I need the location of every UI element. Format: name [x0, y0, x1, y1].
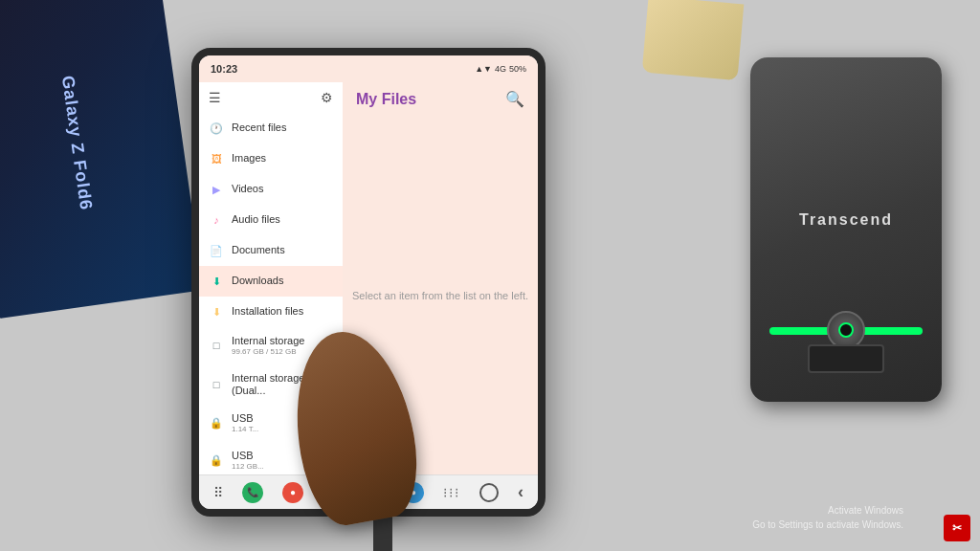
- win-activate-line2: Go to Settings to activate Windows.: [752, 518, 903, 532]
- transcend-button[interactable]: [827, 311, 865, 349]
- sidebar-item-internal-label: Internal storage: [232, 335, 304, 347]
- transcend-button-inner: [838, 322, 854, 338]
- sidebar-header: ☰ ⚙: [199, 82, 343, 113]
- sidebar-item-audio[interactable]: ♪ Audio files: [199, 205, 343, 235]
- home-button[interactable]: [479, 483, 499, 502]
- apps-grid-icon[interactable]: ⠿: [213, 485, 223, 500]
- sidebar-item-usb1-info: USB 1.14 T...: [232, 412, 258, 434]
- sidebar-item-usb2-info: USB 112 GB...: [232, 450, 264, 472]
- audio-icon: ♪: [209, 212, 224, 228]
- sidebar-item-recent[interactable]: 🕐 Recent files: [199, 113, 343, 143]
- transcend-port: [808, 344, 884, 373]
- sidebar-item-installation[interactable]: ⬇ Installation files: [199, 297, 343, 327]
- nav-icon-2[interactable]: ●: [282, 482, 303, 503]
- nav-dots: ⁝⁝⁝: [443, 485, 460, 500]
- tape-corner: [642, 0, 745, 80]
- sidebar-item-images[interactable]: 🖼 Images: [199, 143, 343, 174]
- usb1-icon: 🔒: [209, 416, 224, 431]
- sidebar-item-videos-label: Videos: [232, 183, 333, 195]
- status-signal: ▲▼: [475, 64, 492, 74]
- gear-icon[interactable]: ⚙: [321, 90, 333, 105]
- sidebar-item-installation-label: Installation files: [232, 305, 333, 318]
- sidebar-item-usb1-sub: 1.14 T...: [232, 425, 258, 434]
- sidebar-item-usb2-sub: 112 GB...: [232, 462, 264, 472]
- status-network: 4G: [495, 64, 506, 74]
- transcend-hdd: Transcend: [750, 57, 942, 402]
- main-title: My Files: [356, 91, 416, 108]
- windows-activation: Activate Windows Go to Settings to activ…: [752, 503, 903, 532]
- status-battery: 50%: [509, 64, 526, 74]
- sidebar-item-audio-label: Audio files: [232, 213, 333, 226]
- internal-dual-icon: □: [209, 377, 224, 392]
- transcend-logo: Transcend: [799, 211, 893, 229]
- empty-state-hint: Select an item from the list on the left…: [352, 290, 528, 301]
- recent-icon: 🕐: [209, 121, 224, 136]
- search-icon[interactable]: 🔍: [505, 90, 524, 108]
- sidebar-item-documents[interactable]: 📄 Documents: [199, 235, 343, 266]
- sidebar-item-usb2-label: USB: [232, 450, 264, 462]
- back-button[interactable]: ‹: [518, 482, 523, 502]
- main-header: My Files 🔍: [343, 82, 538, 116]
- sidebar-item-documents-label: Documents: [232, 244, 333, 256]
- hamburger-icon[interactable]: ☰: [209, 90, 221, 105]
- sidebar-item-recent-label: Recent files: [232, 121, 333, 134]
- documents-icon: 📄: [209, 243, 224, 258]
- win-activate-line1: Activate Windows: [752, 503, 903, 518]
- internal-icon: □: [209, 338, 224, 353]
- sidebar-item-images-label: Images: [232, 152, 333, 165]
- status-right: ▲▼ 4G 50%: [475, 64, 526, 74]
- sidebar-item-usb1-label: USB: [232, 412, 258, 425]
- usb2-icon: 🔒: [209, 452, 224, 468]
- phone-app-icon[interactable]: 📞: [242, 482, 263, 503]
- videos-icon: ▶: [209, 182, 224, 197]
- galaxy-box-label: Galaxy Z Fold6: [56, 75, 99, 212]
- status-bar: 10:23 ▲▼ 4G 50%: [199, 55, 538, 82]
- snip-tool-icon[interactable]: ✂: [944, 515, 970, 541]
- status-time: 10:23: [211, 63, 237, 75]
- sidebar-item-internal-info: Internal storage 99.67 GB / 512 GB: [232, 335, 304, 357]
- sidebar-item-downloads-label: Downloads: [232, 275, 333, 287]
- installation-icon: ⬇: [209, 304, 224, 320]
- downloads-icon: ⬇: [209, 274, 224, 289]
- sidebar-item-videos[interactable]: ▶ Videos: [199, 174, 343, 205]
- sidebar-item-downloads[interactable]: ⬇ Downloads: [199, 266, 343, 297]
- sidebar-item-internal-sub: 99.67 GB / 512 GB: [232, 347, 304, 357]
- images-icon: 🖼: [209, 151, 224, 166]
